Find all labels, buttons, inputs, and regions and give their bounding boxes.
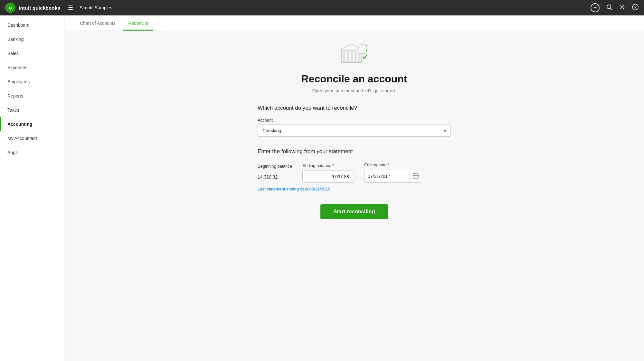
ending-balance-input[interactable] bbox=[302, 171, 354, 183]
main-layout: Dashboard Banking Sales Expenses Employe… bbox=[0, 15, 644, 361]
add-icon[interactable]: + bbox=[591, 3, 600, 12]
beginning-balance-field: Beginning balance 14,310.32 bbox=[258, 164, 292, 183]
help-icon[interactable]: ? bbox=[632, 4, 639, 12]
last-statement-link[interactable]: Last statement ending date 05/31/2015 bbox=[258, 187, 451, 191]
logo-area: Q intuit quickbooks bbox=[5, 3, 60, 13]
sidebar-item-expenses[interactable]: Expenses bbox=[0, 60, 64, 75]
statement-section-heading: Enter the following from your statement bbox=[258, 148, 451, 155]
sidebar-item-taxes[interactable]: Taxes bbox=[0, 103, 64, 117]
calendar-icon[interactable] bbox=[409, 170, 422, 182]
bank-icon bbox=[340, 41, 369, 65]
sidebar-item-sales[interactable]: Sales bbox=[0, 46, 64, 60]
balance-row: Beginning balance 14,310.32 Ending balan… bbox=[258, 162, 451, 183]
svg-rect-9 bbox=[343, 51, 345, 62]
sidebar-item-apps[interactable]: Apps bbox=[0, 145, 64, 160]
search-icon[interactable] bbox=[606, 4, 612, 12]
sidebar-item-banking[interactable]: Banking bbox=[0, 32, 64, 46]
account-field-label: Account bbox=[258, 118, 451, 123]
svg-point-4 bbox=[621, 6, 623, 8]
top-nav: Q intuit quickbooks ☰ Simple Samples + ? bbox=[0, 0, 644, 15]
svg-rect-11 bbox=[351, 51, 353, 62]
svg-text:?: ? bbox=[634, 5, 636, 10]
settings-icon[interactable] bbox=[619, 4, 625, 12]
hamburger-icon[interactable]: ☰ bbox=[68, 4, 73, 11]
ending-date-field: Ending date * bbox=[364, 162, 422, 183]
sidebar: Dashboard Banking Sales Expenses Employe… bbox=[0, 15, 64, 361]
ending-date-input[interactable] bbox=[365, 171, 409, 182]
svg-point-2 bbox=[607, 5, 611, 9]
sidebar-item-employees[interactable]: Employees bbox=[0, 75, 64, 89]
svg-rect-14 bbox=[341, 61, 363, 63]
page-title: Reconcile an account bbox=[301, 73, 407, 85]
svg-line-3 bbox=[611, 8, 612, 10]
top-nav-icons: + ? bbox=[591, 3, 639, 12]
form-section: Which account do you want to reconcile? … bbox=[258, 105, 451, 219]
svg-text:Q: Q bbox=[9, 5, 12, 10]
bank-icon-container bbox=[340, 41, 369, 67]
beginning-balance-value: 14,310.32 bbox=[258, 171, 292, 183]
ending-date-label: Ending date * bbox=[364, 162, 422, 167]
qb-logo-icon: Q bbox=[5, 3, 15, 13]
tab-reconcile[interactable]: Reconcile bbox=[123, 15, 153, 31]
account-section-heading: Which account do you want to reconcile? bbox=[258, 105, 451, 111]
page-subtitle: Open your statement and let's get starte… bbox=[312, 88, 396, 93]
content-area: Chart of Accounts Reconcile bbox=[64, 15, 644, 361]
ending-balance-field: Ending balance * bbox=[302, 163, 354, 183]
svg-rect-10 bbox=[347, 51, 349, 62]
tab-chart-of-accounts[interactable]: Chart of Accounts bbox=[75, 15, 121, 31]
ending-balance-label: Ending balance * bbox=[302, 163, 354, 168]
tab-bar: Chart of Accounts Reconcile bbox=[64, 15, 644, 31]
svg-rect-12 bbox=[355, 51, 356, 62]
svg-rect-16 bbox=[413, 174, 418, 178]
sidebar-item-reports[interactable]: Reports bbox=[0, 89, 64, 103]
sidebar-item-accounting[interactable]: Accounting bbox=[0, 117, 64, 131]
company-name: Simple Samples bbox=[80, 5, 112, 10]
page-content: Reconcile an account Open your statement… bbox=[64, 31, 644, 361]
date-input-wrapper bbox=[364, 170, 422, 183]
sidebar-item-my-accountant[interactable]: My Accountant bbox=[0, 131, 64, 145]
sidebar-item-dashboard[interactable]: Dashboard bbox=[0, 18, 64, 32]
qb-wordmark: intuit quickbooks bbox=[19, 5, 60, 11]
start-reconciling-button[interactable]: Start reconciling bbox=[320, 204, 388, 219]
beginning-balance-label: Beginning balance bbox=[258, 164, 292, 169]
account-select[interactable]: Checking Savings Credit Card bbox=[258, 125, 451, 137]
svg-rect-15 bbox=[359, 44, 366, 53]
account-select-wrapper: Checking Savings Credit Card ▾ bbox=[258, 125, 451, 137]
